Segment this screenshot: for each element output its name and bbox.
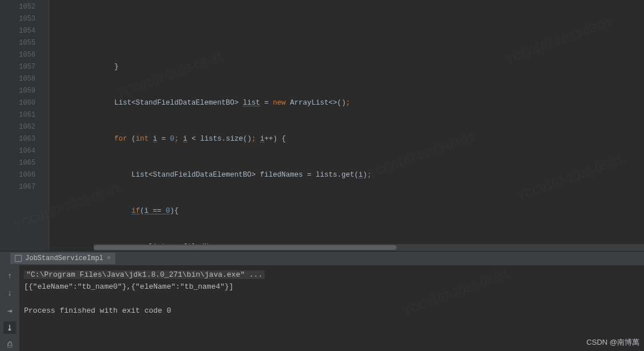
line-number: 1067 (0, 181, 35, 193)
run-tab-jobstandserviceimpl[interactable]: JobStandServiceImpl × (10, 253, 115, 264)
code-editor[interactable]: } List<StandFieldDataElementBO> list = n… (43, 0, 644, 251)
console-exit: Process finished with exit code 0 (24, 306, 171, 315)
print-button[interactable]: ⎙ (3, 338, 16, 351)
up-stack-button[interactable]: ↑ (3, 270, 16, 282)
line-number: 1060 (0, 97, 35, 109)
down-stack-button[interactable]: ↓ (3, 287, 16, 300)
line-number: 1053 (0, 13, 35, 25)
line-number: 1059 (0, 85, 35, 97)
run-tabs: JobStandServiceImpl × (0, 252, 644, 265)
horizontal-scrollbar[interactable] (94, 244, 644, 251)
scrollbar-thumb[interactable] (94, 245, 397, 250)
line-number: 1055 (0, 37, 35, 49)
class-icon (15, 255, 22, 262)
soft-wrap-button[interactable]: ⇥ (3, 304, 16, 317)
line-number: 1065 (0, 157, 35, 169)
close-icon[interactable]: × (107, 254, 111, 262)
line-number: 1052 (0, 1, 35, 13)
scroll-to-end-button[interactable]: ⤓ (3, 321, 16, 334)
editor-area: 1052105310541055105610571058105910601061… (0, 0, 644, 251)
console-command: "C:\Program Files\Java\jdk1.8.0_271\bin\… (24, 270, 265, 279)
tab-label: JobStandServiceImpl (25, 254, 103, 262)
console-output[interactable]: "C:\Program Files\Java\jdk1.8.0_271\bin\… (19, 265, 644, 351)
line-number-gutter: 1052105310541055105610571058105910601061… (0, 0, 43, 251)
line-number: 1056 (0, 49, 35, 61)
run-tool-column: ↑ ↓ ⇥ ⤓ ⎙ (0, 265, 19, 351)
run-panel: JobStandServiceImpl × ↑ ↓ ⇥ ⤓ ⎙ "C:\Prog… (0, 251, 644, 351)
line-number: 1064 (0, 145, 35, 157)
line-number: 1063 (0, 133, 35, 145)
csdn-watermark: CSDN @南博萬 (586, 337, 639, 348)
line-number: 1054 (0, 25, 35, 37)
line-number: 1061 (0, 109, 35, 121)
line-number: 1066 (0, 169, 35, 181)
console-stdout: [{"eleName":"tb_name0"},{"eleName":"tb_n… (24, 282, 234, 291)
line-number: 1062 (0, 121, 35, 133)
line-number: 1057 (0, 61, 35, 73)
line-number: 1058 (0, 73, 35, 85)
